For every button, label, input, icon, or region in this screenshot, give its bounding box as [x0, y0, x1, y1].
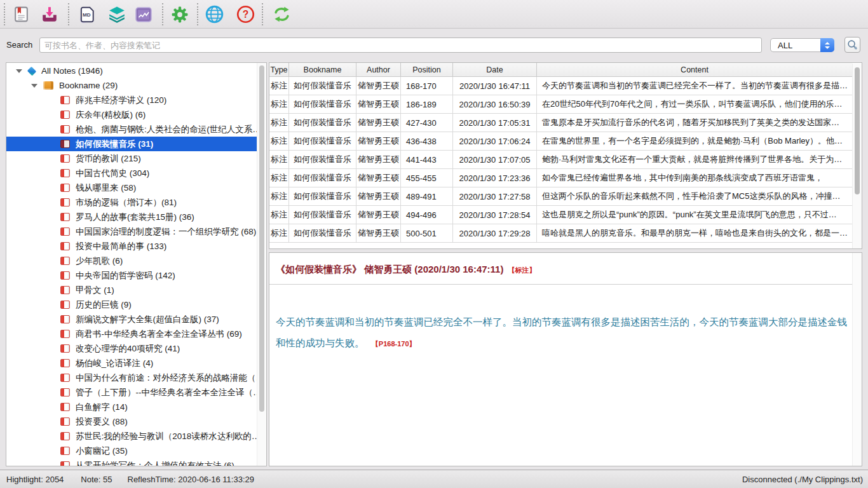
sidebar-book-item[interactable]: 中国国家治理的制度逻辑：一个组织学研究 (68) [6, 224, 257, 239]
sidebar-book-item[interactable]: 管子（上下册）--中华经典名著全本全注全译（… [6, 385, 257, 400]
disclosure-triangle-icon[interactable] [31, 84, 37, 88]
cell-date: 2020/1/30 17:06:24 [453, 132, 537, 150]
sidebar-book-item[interactable]: 中国为什么有前途：对外经济关系的战略潜能（… [6, 370, 257, 385]
filter-select[interactable]: ALL [770, 38, 834, 52]
sidebar-item-bookname[interactable]: Bookname (29) [6, 78, 257, 93]
book-icon [60, 447, 70, 455]
column-header-type[interactable]: Type [269, 63, 289, 76]
table-row[interactable]: 标注如何假装懂音乐储智勇王硕455-4552020/1/30 17:23:36如… [269, 169, 852, 187]
status-refresh-time: RefleshTime: 2020-06-16 11:33:29 [128, 475, 254, 484]
sidebar-book-item[interactable]: 改变心理学的40项研究 (41) [6, 341, 257, 356]
sidebar-book-item[interactable]: 薛兆丰经济学讲义 (120) [6, 93, 257, 107]
cell-type: 标注 [269, 132, 289, 150]
book-label: 罗马人的故事(套装共15册) (36) [76, 212, 194, 223]
note-detail-title: 《如何假装懂音乐》 储智勇王硕 (2020/1/30 16:47:11) [276, 264, 503, 274]
book-icon [60, 125, 70, 133]
book-label: 投资要义 (88) [76, 416, 128, 428]
sidebar-scrollbar[interactable] [257, 63, 266, 466]
layers-export-button[interactable] [105, 3, 128, 26]
gear-icon [171, 6, 189, 24]
cell-position: 494-496 [401, 206, 453, 224]
sidebar-book-item[interactable]: 枪炮、病菌与钢铁:人类社会的命运(世纪人文系… [6, 122, 257, 137]
cell-position: 436-438 [401, 132, 453, 150]
table-row[interactable]: 标注如何假装懂音乐储智勇王硕500-5012020/1/30 17:29:28嘻… [269, 224, 852, 243]
toolbar: MD [0, 0, 868, 29]
sidebar-book-item[interactable]: 罗马人的故事(套装共15册) (36) [6, 210, 257, 224]
sidebar-book-item[interactable]: 中国古代简史 (304) [6, 166, 257, 180]
table-row[interactable]: 标注如何假装懂音乐储智勇王硕427-4302020/1/30 17:05:31雷… [269, 114, 852, 132]
search-input[interactable] [39, 37, 762, 53]
sidebar-book-item[interactable]: 小窗幽记 (35) [6, 444, 257, 458]
cell-date: 2020/1/30 17:07:05 [453, 151, 537, 168]
book-label: 苏世民:我的经验与教训（2018读桥水达利欧的… [76, 431, 257, 442]
import-button[interactable] [38, 3, 61, 26]
search-button[interactable] [844, 37, 860, 53]
cell-type: 标注 [269, 187, 289, 205]
website-button[interactable] [203, 3, 226, 26]
svg-text:MD: MD [83, 11, 91, 17]
column-header-bookname[interactable]: Bookname [289, 63, 356, 76]
table-row[interactable]: 标注如何假装懂音乐储智勇王硕489-4912020/1/30 17:27:58但… [269, 187, 852, 206]
book-icon [60, 432, 70, 440]
table-row[interactable]: 标注如何假装懂音乐储智勇王硕436-4382020/1/30 17:06:24在… [269, 132, 852, 151]
cell-date: 2020/1/30 17:27:58 [453, 187, 537, 205]
sidebar-book-item[interactable]: 苏世民:我的经验与教训（2018读桥水达利欧的… [6, 429, 257, 444]
column-header-date[interactable]: Date [453, 63, 537, 76]
cell-content: 今天的节奏蓝调和当初的节奏蓝调已经完全不一样了。当初的节奏蓝调有很多是描… [537, 77, 852, 95]
cell-date: 2020/1/30 16:47:11 [453, 77, 537, 95]
sidebar-book-item-selected[interactable]: 如何假装懂音乐 (31) [6, 137, 257, 151]
statistics-button[interactable] [132, 3, 155, 26]
sidebar-book-item[interactable]: 白鱼解字 (14) [6, 400, 257, 414]
table-row[interactable]: 标注如何假装懂音乐储智勇王硕494-4962020/1/30 17:28:54这… [269, 206, 852, 224]
sidebar-book-item[interactable]: 商君书-中华经典名著全本全注全译丛书 (69) [6, 327, 257, 341]
book-icon [60, 301, 70, 309]
column-header-content[interactable]: Content [537, 63, 852, 76]
table-row[interactable]: 标注如何假装懂音乐储智勇王硕186-1892020/1/30 16:50:39在… [269, 95, 852, 114]
sidebar-book-item[interactable]: 市场的逻辑（增订本）(81) [6, 195, 257, 210]
detail-scrollbar[interactable] [852, 253, 862, 466]
sidebar-scrollbar-thumb[interactable] [259, 65, 264, 412]
sidebar-book-item[interactable]: 杨伯峻_论语译注 (4) [6, 356, 257, 370]
sidebar-item-all-notes[interactable]: All Notes (1946) [6, 64, 257, 78]
sidebar-book-item[interactable]: 中央帝国的哲学密码 (142) [6, 268, 257, 283]
settings-button[interactable] [168, 3, 191, 26]
sidebar-book-item[interactable]: 钱从哪里来 (58) [6, 180, 257, 195]
disclosure-triangle-icon[interactable] [16, 69, 22, 73]
cell-content: 雷鬼原本是牙买加流行音乐的代名词，随着牙买加移民到了英美之类的发达国家… [537, 114, 852, 132]
cell-type: 标注 [269, 151, 289, 168]
column-header-author[interactable]: Author [356, 63, 401, 76]
book-label: 商君书-中华经典名著全本全注全译丛书 (69) [76, 329, 242, 340]
md-file-icon: MD [78, 6, 96, 24]
book-label: 中国为什么有前途：对外经济关系的战略潜能（… [76, 372, 257, 384]
sidebar-book-item[interactable]: 投资中最简单的事 (133) [6, 239, 257, 254]
notes-document-button[interactable] [10, 3, 32, 26]
refresh-button[interactable] [270, 3, 293, 26]
sidebar-book-item[interactable]: 货币的教训 (215) [6, 151, 257, 166]
sidebar-book-item[interactable]: 新编说文解字大全集(超值白金版) (37) [6, 312, 257, 327]
table-row[interactable]: 标注如何假装懂音乐储智勇王硕168-1702020/1/30 16:47:11今… [269, 77, 852, 95]
table-scrollbar[interactable] [852, 64, 862, 248]
sidebar-book-item[interactable]: 从零开始学写作：个人增值的有效方法 (6) [6, 458, 257, 466]
sidebar-book-item[interactable]: 投资要义 (88) [6, 414, 257, 429]
bookshelf-icon [43, 81, 53, 90]
book-icon [60, 374, 70, 382]
markdown-export-button[interactable]: MD [76, 3, 98, 26]
column-header-position[interactable]: Position [401, 63, 453, 76]
sidebar-book-item[interactable]: 甲骨文 (1) [6, 283, 257, 297]
book-tree: All Notes (1946) Bookname (29) 薛兆丰经济学讲义 … [6, 64, 257, 466]
book-label: 新编说文解字大全集(超值白金版) (37) [76, 314, 219, 325]
table-scrollbar-thumb[interactable] [855, 67, 860, 194]
book-label: 投资中最简单的事 (133) [76, 241, 166, 252]
note-detail-panel: 《如何假装懂音乐》 储智勇王硕 (2020/1/30 16:47:11)【标注】… [269, 252, 862, 466]
sidebar-book-item[interactable]: 少年凯歌 (6) [6, 254, 257, 268]
svg-text:?: ? [242, 9, 248, 20]
cell-author: 储智勇王硕 [356, 95, 401, 113]
sidebar-book-item[interactable]: 庆余年(精校版) (6) [6, 107, 257, 122]
cell-bookname: 如何假装懂音乐 [289, 77, 356, 95]
help-button[interactable]: ? [234, 3, 257, 26]
cell-content: 鲍勃·马利对雷鬼文化还有一个重大贡献，就是将脏辫传播到了世界各地。关于为… [537, 151, 852, 168]
sidebar-book-item[interactable]: 历史的巨镜 (9) [6, 297, 257, 312]
table-row[interactable]: 标注如何假装懂音乐储智勇王硕441-4432020/1/30 17:07:05鲍… [269, 151, 852, 169]
cell-author: 储智勇王硕 [356, 187, 401, 205]
book-icon [60, 315, 70, 323]
